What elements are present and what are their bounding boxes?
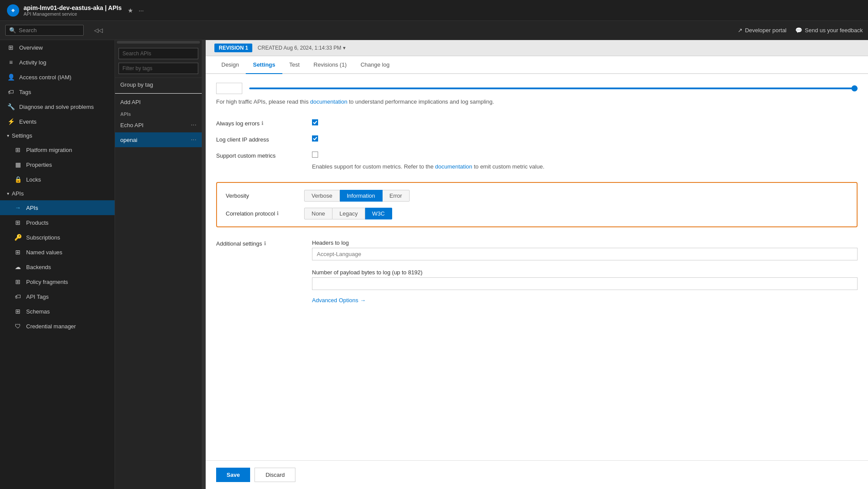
sidebar-item-credential-manager[interactable]: 🛡 Credential manager [0,319,115,334]
settings-group-header[interactable]: ▾ Settings [0,129,115,142]
correlation-btn-group: None Legacy W3C [304,208,392,219]
correlation-label: Correlation protocol ℹ [226,210,295,217]
more-icon[interactable]: ··· [139,7,144,14]
verbosity-verbose-btn[interactable]: Verbose [304,190,340,202]
apis-group-header[interactable]: ▾ APIs [0,187,115,200]
correlation-none-btn[interactable]: None [304,208,332,219]
policy-fragments-icon: ⊞ [14,278,22,286]
always-log-errors-checkbox[interactable] [312,119,318,125]
advanced-options-link[interactable]: Advanced Options → [312,297,858,304]
sidebar-item-api-tags[interactable]: 🏷 API Tags [0,289,115,304]
log-client-ip-checkbox[interactable] [312,135,318,142]
save-button[interactable]: Save [216,468,250,482]
products-icon: ⊞ [14,219,22,226]
always-log-errors-info-icon[interactable]: ℹ [261,120,264,126]
verbosity-error-btn[interactable]: Error [383,190,410,202]
add-api-label: Add API [120,99,141,105]
sidebar-item-apis[interactable]: → APIs [0,200,115,215]
sidebar-item-schemas[interactable]: ⊞ Schemas [0,304,115,319]
sidebar-item-label: Diagnose and solve problems [19,104,94,110]
sidebar-item-products[interactable]: ⊞ Products [0,215,115,230]
settings-collapse-icon: ▾ [7,133,9,138]
tab-changelog[interactable]: Change log [353,56,397,74]
sidebar-item-platform-migration[interactable]: ⊞ Platform migration [0,142,115,157]
headers-to-log-input[interactable] [312,248,858,260]
sidebar-item-label: Credential manager [26,323,76,330]
sidebar-item-label: Tags [19,89,31,95]
page-title-group: apim-lmv01-dev-eastus-aka | APIs API Man… [24,4,122,17]
apis-group-label: APIs [12,190,24,197]
api-filter-input[interactable] [119,63,198,74]
sidebar-item-locks[interactable]: 🔒 Locks [0,172,115,187]
feedback-label: Send us your feedback [805,27,863,34]
always-log-errors-label: Always log errors ℹ [216,119,303,127]
bottom-actions: Save Discard [206,460,868,489]
collapse-icon[interactable]: ◁◁ [94,27,103,34]
developer-portal-link[interactable]: ↗ Developer portal [738,27,787,34]
feedback-link[interactable]: 💬 Send us your feedback [795,27,863,34]
sidebar-item-subscriptions[interactable]: 🔑 Subscriptions [0,230,115,245]
sidebar-item-overview[interactable]: ⊞ Overview [0,40,115,55]
slider-thumb[interactable] [851,85,858,91]
sidebar-item-label: Activity log [19,59,46,66]
sidebar-item-policy-fragments[interactable]: ⊞ Policy fragments [0,274,115,289]
revision-created: CREATED Aug 6, 2024, 1:14:33 PM ▾ [258,45,346,51]
sidebar-item-access-control[interactable]: 👤 Access control (IAM) [0,70,115,84]
api-search-section [115,44,202,78]
revision-dropdown-icon[interactable]: ▾ [343,45,346,51]
content-area: REVISION 1 CREATED Aug 6, 2024, 1:14:33 … [206,40,868,489]
named-values-icon: ⊞ [14,248,22,256]
tab-test[interactable]: Test [282,56,307,74]
sidebar-item-events[interactable]: ⚡ Events [0,114,115,129]
sidebar: ⊞ Overview ≡ Activity log 👤 Access contr… [0,40,115,489]
sidebar-item-diagnose[interactable]: 🔧 Diagnose and solve problems [0,99,115,114]
diagnose-icon: 🔧 [7,103,15,111]
revision-created-text: CREATED Aug 6, 2024, 1:14:33 PM [258,45,341,51]
verbosity-label: Verbosity [226,192,295,199]
sidebar-item-label: Platform migration [26,147,72,153]
api-list-item-openai[interactable]: openai ··· [115,132,202,147]
sidebar-item-label: Events [19,118,37,125]
external-link-icon: ↗ [738,27,743,34]
sidebar-item-activity-log[interactable]: ≡ Activity log [0,55,115,70]
api-item-more-icon[interactable]: ··· [191,121,197,129]
page-subtitle: API Management service [24,11,122,17]
verbosity-information-btn[interactable]: Information [340,190,383,202]
search-input[interactable] [19,27,80,34]
favorite-icon[interactable]: ★ [128,7,133,14]
second-bar-actions: ↗ Developer portal 💬 Send us your feedba… [738,27,863,34]
api-search-input[interactable] [119,48,198,59]
search-icon: 🔍 [9,27,16,34]
group-by-tag[interactable]: Group by tag [115,78,202,91]
custom-metrics-doc-link[interactable]: documentation [435,163,472,170]
sidebar-item-tags[interactable]: 🏷 Tags [0,84,115,99]
sidebar-item-named-values[interactable]: ⊞ Named values [0,245,115,260]
search-box[interactable]: 🔍 [5,25,84,36]
api-list-item-echo[interactable]: Echo API ··· [115,118,202,132]
payload-bytes-input[interactable]: 0 [312,277,858,290]
apis-section-label: APIs [115,109,202,118]
tab-revisions[interactable]: Revisions (1) [307,56,354,74]
verbosity-btn-group: Verbose Information Error [304,190,410,202]
tab-design[interactable]: Design [214,56,246,74]
discard-button[interactable]: Discard [254,468,295,482]
additional-settings-info-icon[interactable]: ℹ [264,240,266,246]
correlation-legacy-btn[interactable]: Legacy [332,208,365,219]
tab-settings[interactable]: Settings [246,56,282,74]
feedback-icon: 💬 [795,27,802,34]
add-api-button[interactable]: Add API [115,95,202,109]
slider-track[interactable] [249,88,858,89]
sidebar-item-backends[interactable]: ☁ Backends [0,260,115,274]
log-client-ip-checkbox-wrapper [312,135,858,142]
correlation-w3c-btn[interactable]: W3C [365,208,392,219]
documentation-link-1[interactable]: documentation [310,98,347,105]
api-item-more-icon[interactable]: ··· [191,136,197,144]
subscriptions-icon: 🔑 [14,233,22,241]
correlation-info-icon[interactable]: ℹ [277,210,279,216]
sidebar-item-label: Properties [26,162,52,168]
sidebar-item-properties[interactable]: ▦ Properties [0,157,115,172]
api-panel-scrollbar[interactable] [202,40,206,489]
tabs-bar: Design Settings Test Revisions (1) Chang… [206,56,868,74]
custom-metrics-description: Enables support for custom metrics. Refe… [216,163,858,175]
custom-metrics-checkbox[interactable] [312,152,318,158]
